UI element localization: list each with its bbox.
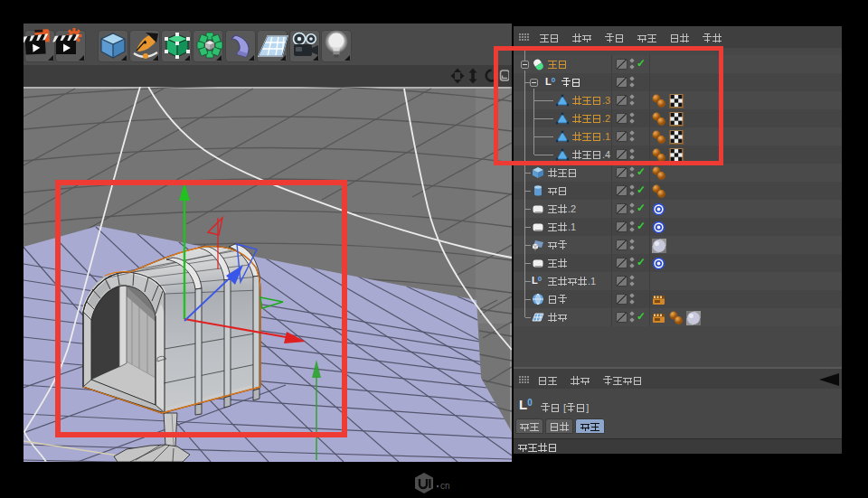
svg-text:cn: cn	[440, 481, 450, 491]
